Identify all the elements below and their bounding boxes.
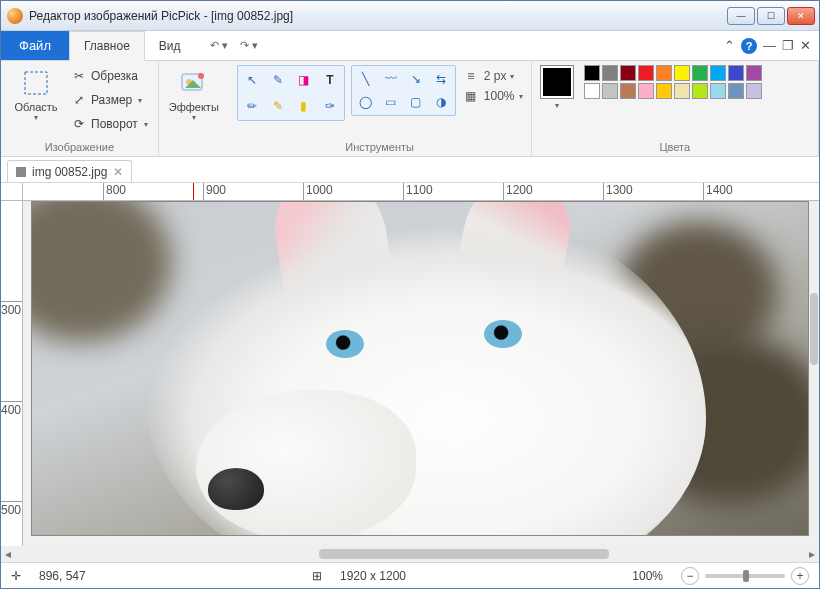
- color-swatch[interactable]: [602, 65, 618, 81]
- pencil-tool[interactable]: ✏: [241, 95, 263, 117]
- undo-button[interactable]: ↶ ▾: [206, 37, 232, 54]
- minimize-button[interactable]: —: [727, 7, 755, 25]
- group-effects: Эффекты ▾: [159, 61, 229, 156]
- dimensions-icon: ⊞: [312, 569, 322, 583]
- color-swatch[interactable]: [584, 83, 600, 99]
- brush-tool[interactable]: ✎: [267, 69, 289, 91]
- color-swatch[interactable]: [656, 65, 672, 81]
- color-swatch[interactable]: [710, 65, 726, 81]
- color-swatch[interactable]: [620, 83, 636, 99]
- double-arrow-shape[interactable]: ⇆: [430, 69, 452, 89]
- zoom-slider[interactable]: [705, 574, 785, 578]
- tool-grid-primary: ↖ ✎ ◨ T ✏ ✎ ▮ ✑: [237, 65, 345, 121]
- callout-shape[interactable]: ◑: [430, 92, 452, 112]
- select-area-button[interactable]: Область ▾: [9, 65, 63, 122]
- text-tool[interactable]: T: [319, 69, 341, 91]
- eraser-tool[interactable]: ◨: [293, 69, 315, 91]
- pointer-tool[interactable]: ↖: [241, 69, 263, 91]
- color-swatch[interactable]: [692, 83, 708, 99]
- group-tools-label: Инструменты: [237, 139, 523, 156]
- color-swatch[interactable]: [728, 83, 744, 99]
- eyedropper-tool[interactable]: ✑: [319, 95, 341, 117]
- color-swatch[interactable]: [638, 65, 654, 81]
- group-tools: ↖ ✎ ◨ T ✏ ✎ ▮ ✑ ╲ 〰 ↘ ⇆ ◯ ▭ ▢ ◑ ≡: [229, 61, 532, 156]
- tab-file[interactable]: Файл: [1, 31, 69, 60]
- marker-tool[interactable]: ✎: [267, 95, 289, 117]
- color-palette-row2: [584, 83, 762, 99]
- scrollbar-horizontal[interactable]: ◂ ▸: [1, 546, 819, 562]
- group-colors-label: Цвета: [540, 139, 811, 156]
- zoom-out-button[interactable]: −: [681, 567, 699, 585]
- group-colors: ▾ Цвета: [532, 61, 820, 156]
- color-swatch[interactable]: [710, 83, 726, 99]
- scrollbar-vertical[interactable]: [809, 201, 819, 536]
- redo-button[interactable]: ↷ ▾: [236, 37, 262, 54]
- color-swatch[interactable]: [746, 83, 762, 99]
- effects-icon: [178, 67, 210, 99]
- app-icon: [7, 8, 23, 24]
- canvas-image-content: [126, 201, 746, 536]
- inner-close-button[interactable]: ✕: [800, 38, 811, 53]
- color-palette-row1: [584, 65, 762, 81]
- scroll-right-icon[interactable]: ▸: [805, 547, 819, 561]
- color-swatch[interactable]: [620, 65, 636, 81]
- group-image-label: Изображение: [9, 139, 150, 156]
- quick-access-toolbar: ↶ ▾ ↷ ▾: [206, 31, 262, 60]
- help-icon[interactable]: ?: [741, 38, 757, 54]
- file-icon: [16, 167, 26, 177]
- canvas[interactable]: [31, 201, 809, 536]
- scroll-left-icon[interactable]: ◂: [1, 547, 15, 561]
- crop-icon: ✂: [71, 68, 87, 84]
- cursor-position-icon: ✛: [11, 569, 21, 583]
- color-swatch[interactable]: [584, 65, 600, 81]
- color-swatch[interactable]: [746, 65, 762, 81]
- zoom-level: 100%: [632, 569, 663, 583]
- current-color-swatch[interactable]: [540, 65, 574, 99]
- color-swatch[interactable]: [656, 83, 672, 99]
- effects-button[interactable]: Эффекты ▾: [167, 65, 221, 122]
- highlighter-tool[interactable]: ▮: [293, 95, 315, 117]
- zoom-selector[interactable]: ▦ 100% ▾: [462, 89, 523, 103]
- close-tab-icon[interactable]: ✕: [113, 165, 123, 179]
- color-swatch[interactable]: [674, 83, 690, 99]
- zoom-in-button[interactable]: +: [791, 567, 809, 585]
- tab-home[interactable]: Главное: [69, 31, 145, 61]
- ribbon-tab-row: Файл Главное Вид ↶ ▾ ↷ ▾ ⌃ ? — ❐ ✕: [1, 31, 819, 61]
- document-tab[interactable]: img 00852.jpg ✕: [7, 160, 132, 182]
- titlebar: Редактор изображений PicPick - [img 0085…: [1, 1, 819, 31]
- color-swatch[interactable]: [692, 65, 708, 81]
- color-swatch[interactable]: [674, 65, 690, 81]
- close-button[interactable]: ✕: [787, 7, 815, 25]
- select-icon: [20, 67, 52, 99]
- document-tabs: img 00852.jpg ✕: [1, 157, 819, 183]
- inner-minimize-button[interactable]: —: [763, 38, 776, 53]
- fill-icon: ▦: [462, 89, 480, 103]
- rectangle-shape[interactable]: ▭: [380, 92, 402, 112]
- color-swatch[interactable]: [728, 65, 744, 81]
- resize-icon: ⤢: [71, 92, 87, 108]
- maximize-button[interactable]: ☐: [757, 7, 785, 25]
- rotate-button[interactable]: ⟳ Поворот▾: [69, 113, 150, 135]
- collapse-ribbon-icon[interactable]: ⌃: [724, 38, 735, 53]
- rotate-icon: ⟳: [71, 116, 87, 132]
- crop-button[interactable]: ✂ Обрезка: [69, 65, 150, 87]
- group-image: Область ▾ ✂ Обрезка ⤢ Размер▾ ⟳ Поворот▾…: [1, 61, 159, 156]
- canvas-area[interactable]: [23, 201, 819, 546]
- line-controls: ≡ 2 px ▾ ▦ 100% ▾: [462, 65, 523, 103]
- ellipse-shape[interactable]: ◯: [355, 92, 377, 112]
- resize-button[interactable]: ⤢ Размер▾: [69, 89, 150, 111]
- line-shape[interactable]: ╲: [355, 69, 377, 89]
- status-bar: ✛ 896, 547 ⊞ 1920 x 1200 100% − +: [1, 562, 819, 588]
- curve-shape[interactable]: 〰: [380, 69, 402, 89]
- arrow-shape[interactable]: ↘: [405, 69, 427, 89]
- stroke-width-selector[interactable]: ≡ 2 px ▾: [462, 69, 523, 83]
- rounded-rect-shape[interactable]: ▢: [405, 92, 427, 112]
- ruler-horizontal[interactable]: 80090010001100120013001400: [23, 183, 819, 201]
- cursor-position: 896, 547: [39, 569, 86, 583]
- color-swatch[interactable]: [602, 83, 618, 99]
- tab-view[interactable]: Вид: [145, 31, 196, 60]
- inner-restore-button[interactable]: ❐: [782, 38, 794, 53]
- ruler-vertical[interactable]: 300400500: [1, 201, 23, 546]
- workspace: 80090010001100120013001400 300400500 ◂: [1, 183, 819, 562]
- color-swatch[interactable]: [638, 83, 654, 99]
